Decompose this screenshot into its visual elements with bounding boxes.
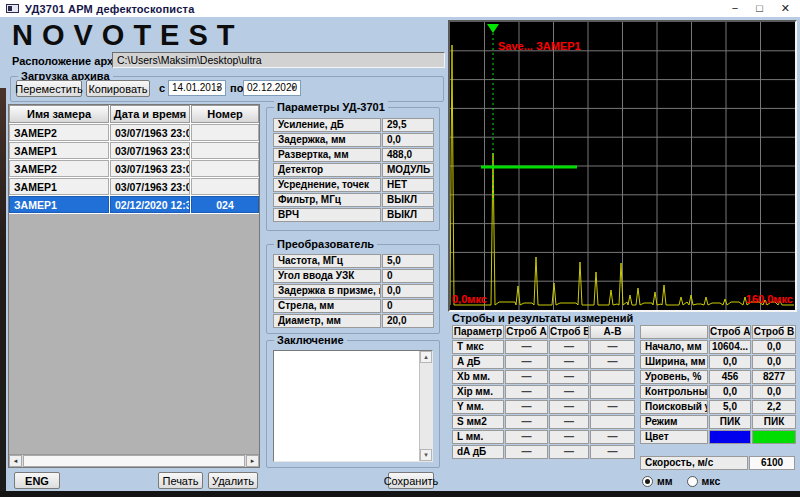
application-window: УД3701 АРМ дефектоскописта − □ ✕ NOVOTES…	[0, 0, 800, 497]
table-row[interactable]: ЗАМЕР203/07/1963 23:00	[9, 124, 259, 141]
date-from-label: с	[159, 82, 165, 94]
move-button[interactable]: Переместить	[16, 80, 82, 97]
param-value: НЕТ	[382, 178, 434, 192]
cell: —	[590, 400, 635, 414]
novotest-logo: NOVOTEST	[12, 19, 244, 52]
grid-row: А дБ———	[452, 355, 636, 369]
cell: Строб А	[709, 325, 751, 339]
ascan-scope-display: Save... ЗАМЕР10,0мкс160,0мкс	[448, 20, 797, 312]
param-value: 0	[382, 299, 434, 313]
cell: Хb мм.	[452, 370, 504, 384]
chevron-down-icon[interactable]: ▾	[288, 82, 299, 94]
column-header-number[interactable]: Номер	[191, 105, 259, 123]
radio-us[interactable]: мкс	[687, 475, 721, 487]
param-row: Стрела, мм0	[273, 299, 435, 313]
maximize-button[interactable]: □	[756, 0, 763, 17]
param-value: 0	[382, 269, 434, 283]
chevron-down-icon[interactable]: ▾	[213, 82, 224, 94]
cell	[590, 370, 635, 384]
cell: ЗАМЕР1	[9, 178, 109, 195]
cell: 024	[191, 196, 259, 213]
measurements-table: Имя замера Дата и время ▽ Номер ЗАМЕР203…	[8, 104, 260, 468]
param-row: Угол ввода УЗК0	[273, 269, 435, 283]
table-row[interactable]: ЗАМЕР203/07/1963 23:00	[9, 160, 259, 177]
table-row[interactable]: ЗАМЕР103/07/1963 23:00	[9, 142, 259, 159]
date-to-combobox[interactable]: 02.12.2020 ▾	[243, 80, 301, 96]
scroll-up-icon[interactable]: ▴	[420, 351, 432, 363]
scroll-right-icon[interactable]: ▸	[246, 455, 259, 467]
scroll-left-icon[interactable]: ◂	[9, 455, 22, 467]
eng-button[interactable]: ENG	[14, 472, 60, 489]
save-button[interactable]: Сохранить	[388, 472, 434, 489]
cell: ЗАМЕР1	[9, 142, 109, 159]
copy-button[interactable]: Копировать	[86, 80, 150, 97]
column-header-datetime[interactable]: Дата и время ▽	[110, 105, 190, 123]
delete-button[interactable]: Удалить	[208, 472, 258, 489]
cell: —	[549, 355, 589, 369]
grid-header-row: Строб АСтроб В	[640, 325, 796, 339]
cell: А дБ	[452, 355, 504, 369]
cell: ПИК	[709, 415, 751, 429]
cell: —	[505, 415, 548, 429]
grid-row: Уровень, %4568277	[640, 370, 796, 384]
cell: 03/07/1963 23:00	[110, 178, 190, 195]
radio-mm-label: мм	[657, 475, 673, 487]
date-to-label: по	[230, 82, 243, 94]
cell: Режим	[640, 415, 708, 429]
measurements-table-body: ЗАМЕР203/07/1963 23:00ЗАМЕР103/07/1963 2…	[9, 123, 259, 213]
strobe-settings-table: Строб АСтроб ВНачало, мм10604...0,0Ширин…	[640, 325, 796, 445]
x-end-label: 160,0мкс	[746, 293, 793, 305]
param-label: Фильтр, МГц	[273, 193, 381, 207]
grid-row: Хb мм.——	[452, 370, 636, 384]
cell: 10604...	[709, 340, 751, 354]
param-value: 5,0	[382, 254, 434, 268]
cell: Контрольный...	[640, 385, 708, 399]
print-button[interactable]: Печать	[158, 472, 203, 489]
transducer-group: Преобразователь Частота, МГц5,0Угол ввод…	[266, 244, 440, 334]
cell: 2,2	[752, 400, 796, 414]
param-value: ВЫКЛ	[382, 193, 434, 207]
param-label: Стрела, мм	[273, 299, 381, 313]
close-button[interactable]: ✕	[781, 0, 790, 17]
grid-row: РежимПИКПИК	[640, 415, 796, 429]
radio-dot[interactable]	[642, 476, 653, 487]
grid-row: Хip мм.——	[452, 385, 636, 399]
cell: —	[549, 415, 589, 429]
param-value: ВЫКЛ	[382, 208, 434, 222]
table-row[interactable]: ЗАМЕР103/07/1963 23:00	[9, 178, 259, 195]
strobe-b-color-swatch	[752, 430, 796, 444]
radio-dot[interactable]	[687, 476, 698, 487]
cell: —	[505, 430, 548, 444]
cell: Строб В	[549, 325, 589, 339]
strobe-a-color-swatch	[709, 430, 751, 444]
cell	[191, 178, 259, 195]
scrollbar-thumb[interactable]	[23, 455, 245, 467]
grid-row: S мм2——	[452, 415, 636, 429]
cell: —	[590, 340, 635, 354]
cell	[191, 160, 259, 177]
vertical-scrollbar[interactable]: ▴ ▾	[419, 351, 432, 461]
radio-mm[interactable]: мм	[642, 475, 673, 487]
cell	[640, 325, 708, 339]
conclusion-group: Заключение ▴ ▾	[266, 340, 440, 468]
cell: —	[505, 340, 548, 354]
param-value: 29,5	[382, 118, 434, 132]
date-from-combobox[interactable]: 14.01.2013 ▾	[168, 80, 226, 96]
cell: —	[549, 430, 589, 444]
param-value: МОДУЛЬ	[382, 163, 434, 177]
cell: —	[590, 445, 635, 459]
device-params-group: Параметры УД-3701 Усиление, дБ29,5Задерж…	[266, 107, 440, 231]
cell: ЗАМЕР1	[9, 196, 109, 213]
cell: 0,0	[709, 385, 751, 399]
cell: —	[505, 355, 548, 369]
table-row[interactable]: ЗАМЕР102/12/2020 12:35024	[9, 196, 259, 213]
horizontal-scrollbar[interactable]: ◂ ▸	[9, 454, 259, 467]
grid-row: Цвет	[640, 430, 796, 444]
column-header-name[interactable]: Имя замера	[9, 105, 109, 123]
cell: —	[505, 400, 548, 414]
scroll-down-icon[interactable]: ▾	[420, 449, 432, 461]
conclusion-textarea[interactable]: ▴ ▾	[273, 350, 433, 462]
cell: —	[549, 370, 589, 384]
minimize-button[interactable]: −	[732, 0, 738, 17]
archive-path-field[interactable]: C:\Users\Maksim\Desktop\ultra	[112, 52, 445, 68]
